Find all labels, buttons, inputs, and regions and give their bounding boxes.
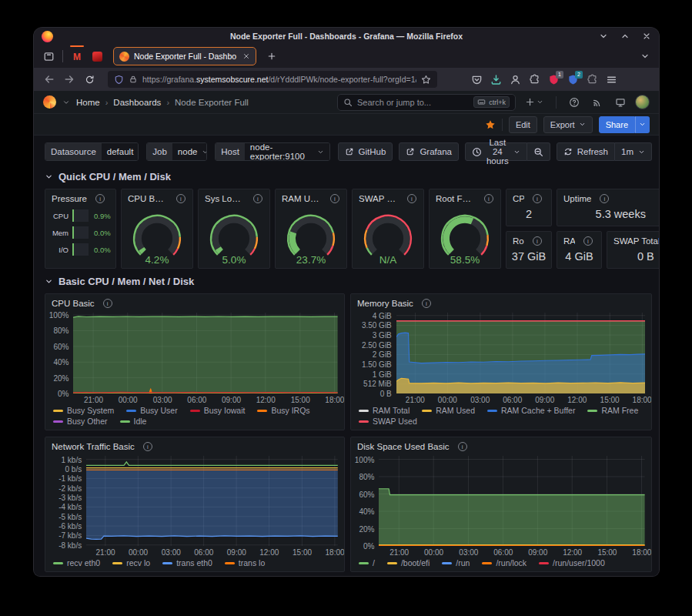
reload-button[interactable] xyxy=(80,70,99,89)
legend-item[interactable]: /run/user/1000 xyxy=(539,558,605,567)
extension-misc-icon[interactable] xyxy=(587,74,598,85)
plot-area[interactable]: 21:0000:0003:0006:0009:0012:0015:0018:00 xyxy=(73,313,338,393)
extension-shield-red[interactable]: 1 xyxy=(548,74,560,85)
info-icon[interactable] xyxy=(600,194,609,203)
window-minimize-button[interactable] xyxy=(599,32,608,41)
panel-title[interactable]: Pressure xyxy=(52,194,87,203)
legend-item[interactable]: RAM Total xyxy=(359,406,410,415)
legend-item[interactable]: trans lo xyxy=(225,558,265,567)
legend-item[interactable]: recv eth0 xyxy=(53,558,100,567)
panel-title[interactable]: Uptime xyxy=(563,194,591,203)
grafana-link-button[interactable]: Grafana xyxy=(399,142,459,161)
panel-title[interactable]: SWAP Used xyxy=(359,194,399,203)
refresh-interval-select[interactable]: 1m xyxy=(615,142,652,161)
panel-title[interactable]: SWAP Total xyxy=(613,236,659,246)
export-button[interactable]: Export xyxy=(543,116,593,133)
info-icon[interactable] xyxy=(176,194,186,203)
job-select[interactable]: Job node xyxy=(146,142,207,161)
new-tab-button[interactable] xyxy=(262,47,281,65)
list-all-tabs-button[interactable] xyxy=(636,52,654,61)
search-input[interactable]: Search or jump to... ctrl+k xyxy=(337,94,516,111)
legend-item[interactable]: Busy Iowait xyxy=(190,406,246,415)
info-icon[interactable] xyxy=(95,194,105,203)
plot-area[interactable]: 21:0000:0003:0006:0009:0012:0015:0018:00 xyxy=(379,456,645,546)
info-icon[interactable] xyxy=(458,442,467,451)
legend-item[interactable]: RAM Free xyxy=(587,406,638,415)
legend-item[interactable]: trans eth0 xyxy=(162,558,212,567)
legend-item[interactable]: SWAP Used xyxy=(359,417,417,426)
legend-item[interactable]: RAM Cache + Buffer xyxy=(487,406,575,415)
section-basic-cpu-mem-net-disk[interactable]: Basic CPU / Mem / Net / Disk xyxy=(45,276,652,287)
legend-item[interactable]: RAM Used xyxy=(422,406,475,415)
panel-title[interactable]: Disk Space Used Basic xyxy=(357,442,450,451)
plot-area[interactable]: 21:0000:0003:0006:0009:0012:0015:0018:00 xyxy=(86,456,338,546)
info-icon[interactable] xyxy=(330,194,339,203)
panel-title[interactable]: RootFS Total xyxy=(513,236,524,246)
news-rss-button[interactable] xyxy=(589,97,606,108)
panel-title[interactable]: Network Traffic Basic xyxy=(52,442,135,451)
legend-item[interactable]: / xyxy=(359,558,375,567)
back-button[interactable] xyxy=(40,70,59,89)
info-icon[interactable] xyxy=(533,194,542,203)
lock-icon[interactable] xyxy=(129,75,138,84)
forward-button[interactable] xyxy=(60,70,79,89)
panel-title[interactable]: RAM Used xyxy=(282,194,322,203)
section-quick-cpu-mem-disk[interactable]: Quick CPU / Mem / Disk xyxy=(45,171,652,182)
panel-title[interactable]: CPU Basic xyxy=(52,299,95,308)
datasource-select[interactable]: Datasource default xyxy=(45,142,139,161)
extension-shield-blue[interactable]: 2 xyxy=(567,74,579,85)
favorite-star-icon[interactable] xyxy=(485,119,496,130)
panel-title[interactable]: Memory Basic xyxy=(357,299,413,308)
menu-hamburger-icon[interactable] xyxy=(606,74,617,85)
panel-title[interactable]: Sys Load (5m avg) xyxy=(205,194,245,203)
url-text[interactable]: https://grafana.systemsobscure.net/d/rYd… xyxy=(142,75,416,84)
info-icon[interactable] xyxy=(583,236,593,246)
panel-title[interactable]: RAM Total xyxy=(563,236,575,246)
legend-item[interactable]: recv lo xyxy=(112,558,150,567)
user-avatar[interactable] xyxy=(635,95,650,109)
edit-button[interactable]: Edit xyxy=(509,116,537,133)
legend-item[interactable]: Busy Other xyxy=(53,417,108,426)
panel-title[interactable]: CPU Busy xyxy=(128,194,168,203)
downloads-icon[interactable] xyxy=(490,74,502,85)
kiosk-monitor-button[interactable] xyxy=(612,97,629,108)
zoom-out-button[interactable] xyxy=(527,142,550,161)
share-menu-chevron[interactable] xyxy=(635,116,650,133)
grafana-logo-icon[interactable] xyxy=(43,95,56,109)
info-icon[interactable] xyxy=(143,442,152,451)
window-maximize-button[interactable] xyxy=(620,32,630,41)
info-icon[interactable] xyxy=(253,194,262,203)
legend-item[interactable]: Busy User xyxy=(126,406,177,415)
extensions-puzzle-icon[interactable] xyxy=(529,74,540,85)
refresh-button[interactable]: Refresh xyxy=(557,142,615,161)
window-close-button[interactable] xyxy=(642,32,651,41)
legend-item[interactable]: Busy System xyxy=(53,406,114,415)
panel-title[interactable]: CPU Cores xyxy=(513,194,524,203)
tracking-protection-shield-icon[interactable] xyxy=(114,75,124,85)
breadcrumb-home[interactable]: Home xyxy=(76,98,100,107)
info-icon[interactable] xyxy=(422,299,431,308)
bookmark-star-icon[interactable] xyxy=(421,75,431,85)
plot-area[interactable]: 21:0000:0003:0006:0009:0012:0015:0018:00 xyxy=(396,313,645,393)
time-range-picker[interactable]: Last 24 hours xyxy=(465,142,527,161)
pinned-tab-app[interactable] xyxy=(87,47,107,65)
info-icon[interactable] xyxy=(533,236,542,246)
url-bar[interactable]: https://grafana.systemsobscure.net/d/rYd… xyxy=(108,71,437,88)
tab-close-icon[interactable] xyxy=(242,52,250,60)
info-icon[interactable] xyxy=(484,194,493,203)
github-link-button[interactable]: GitHub xyxy=(338,142,393,161)
legend-item[interactable]: /run xyxy=(442,558,470,567)
legend-item[interactable]: Busy IRQs xyxy=(257,406,309,415)
new-menu-button[interactable] xyxy=(522,97,547,107)
help-button[interactable] xyxy=(566,97,583,108)
info-icon[interactable] xyxy=(103,299,112,308)
firefox-view-button[interactable] xyxy=(38,48,59,65)
info-icon[interactable] xyxy=(407,194,416,203)
legend-item[interactable]: /run/lock xyxy=(482,558,527,567)
panel-title[interactable]: Root FS Used xyxy=(436,194,476,203)
legend-item[interactable]: /boot/efi xyxy=(387,558,430,567)
breadcrumb-dashboards[interactable]: Dashboards xyxy=(113,98,161,107)
legend-item[interactable]: Idle xyxy=(120,417,147,426)
pinned-tab-gmail[interactable] xyxy=(67,47,87,65)
host-select[interactable]: Host node-exporter:9100 xyxy=(215,142,329,161)
